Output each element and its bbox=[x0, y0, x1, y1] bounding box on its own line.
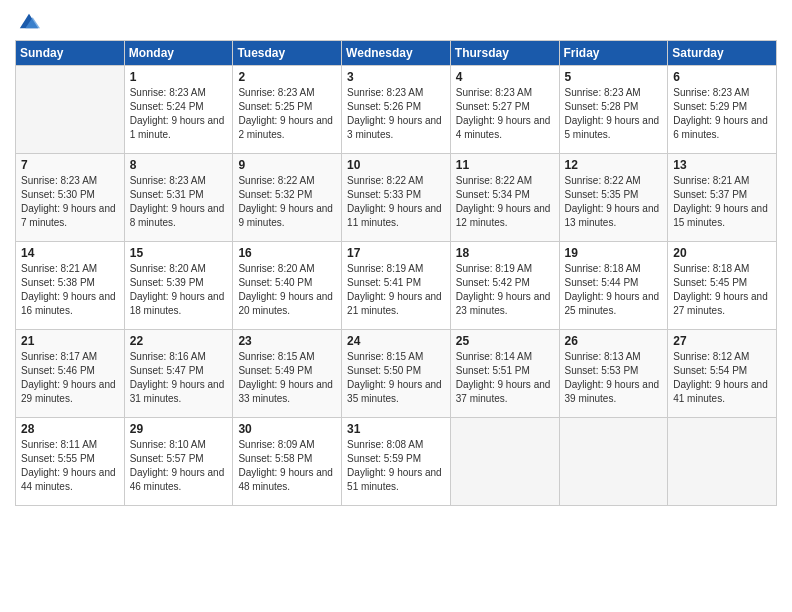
day-number: 21 bbox=[21, 334, 119, 348]
day-info: Sunrise: 8:21 AMSunset: 5:38 PMDaylight:… bbox=[21, 262, 119, 318]
day-number: 6 bbox=[673, 70, 771, 84]
day-info: Sunrise: 8:09 AMSunset: 5:58 PMDaylight:… bbox=[238, 438, 336, 494]
day-info: Sunrise: 8:19 AMSunset: 5:42 PMDaylight:… bbox=[456, 262, 554, 318]
day-cell-6: 6Sunrise: 8:23 AMSunset: 5:29 PMDaylight… bbox=[668, 66, 777, 154]
day-info: Sunrise: 8:23 AMSunset: 5:30 PMDaylight:… bbox=[21, 174, 119, 230]
day-number: 5 bbox=[565, 70, 663, 84]
day-cell-empty bbox=[450, 418, 559, 506]
day-info: Sunrise: 8:20 AMSunset: 5:39 PMDaylight:… bbox=[130, 262, 228, 318]
day-cell-30: 30Sunrise: 8:09 AMSunset: 5:58 PMDayligh… bbox=[233, 418, 342, 506]
calendar-table: SundayMondayTuesdayWednesdayThursdayFrid… bbox=[15, 40, 777, 506]
day-number: 29 bbox=[130, 422, 228, 436]
day-number: 19 bbox=[565, 246, 663, 260]
day-info: Sunrise: 8:23 AMSunset: 5:26 PMDaylight:… bbox=[347, 86, 445, 142]
calendar-header-row: SundayMondayTuesdayWednesdayThursdayFrid… bbox=[16, 41, 777, 66]
day-cell-20: 20Sunrise: 8:18 AMSunset: 5:45 PMDayligh… bbox=[668, 242, 777, 330]
day-cell-2: 2Sunrise: 8:23 AMSunset: 5:25 PMDaylight… bbox=[233, 66, 342, 154]
day-cell-22: 22Sunrise: 8:16 AMSunset: 5:47 PMDayligh… bbox=[124, 330, 233, 418]
day-info: Sunrise: 8:21 AMSunset: 5:37 PMDaylight:… bbox=[673, 174, 771, 230]
header-day-thursday: Thursday bbox=[450, 41, 559, 66]
header-day-friday: Friday bbox=[559, 41, 668, 66]
day-number: 10 bbox=[347, 158, 445, 172]
week-row-1: 1Sunrise: 8:23 AMSunset: 5:24 PMDaylight… bbox=[16, 66, 777, 154]
day-cell-8: 8Sunrise: 8:23 AMSunset: 5:31 PMDaylight… bbox=[124, 154, 233, 242]
day-cell-empty bbox=[559, 418, 668, 506]
day-cell-9: 9Sunrise: 8:22 AMSunset: 5:32 PMDaylight… bbox=[233, 154, 342, 242]
day-cell-16: 16Sunrise: 8:20 AMSunset: 5:40 PMDayligh… bbox=[233, 242, 342, 330]
day-info: Sunrise: 8:14 AMSunset: 5:51 PMDaylight:… bbox=[456, 350, 554, 406]
day-cell-7: 7Sunrise: 8:23 AMSunset: 5:30 PMDaylight… bbox=[16, 154, 125, 242]
day-number: 26 bbox=[565, 334, 663, 348]
page: SundayMondayTuesdayWednesdayThursdayFrid… bbox=[0, 0, 792, 612]
day-number: 7 bbox=[21, 158, 119, 172]
logo-icon bbox=[18, 10, 40, 32]
day-cell-31: 31Sunrise: 8:08 AMSunset: 5:59 PMDayligh… bbox=[342, 418, 451, 506]
day-cell-26: 26Sunrise: 8:13 AMSunset: 5:53 PMDayligh… bbox=[559, 330, 668, 418]
day-info: Sunrise: 8:15 AMSunset: 5:50 PMDaylight:… bbox=[347, 350, 445, 406]
day-number: 20 bbox=[673, 246, 771, 260]
day-info: Sunrise: 8:23 AMSunset: 5:25 PMDaylight:… bbox=[238, 86, 336, 142]
day-number: 31 bbox=[347, 422, 445, 436]
week-row-4: 21Sunrise: 8:17 AMSunset: 5:46 PMDayligh… bbox=[16, 330, 777, 418]
day-number: 30 bbox=[238, 422, 336, 436]
day-number: 8 bbox=[130, 158, 228, 172]
header-day-wednesday: Wednesday bbox=[342, 41, 451, 66]
week-row-5: 28Sunrise: 8:11 AMSunset: 5:55 PMDayligh… bbox=[16, 418, 777, 506]
day-info: Sunrise: 8:22 AMSunset: 5:33 PMDaylight:… bbox=[347, 174, 445, 230]
day-cell-10: 10Sunrise: 8:22 AMSunset: 5:33 PMDayligh… bbox=[342, 154, 451, 242]
day-cell-5: 5Sunrise: 8:23 AMSunset: 5:28 PMDaylight… bbox=[559, 66, 668, 154]
day-info: Sunrise: 8:23 AMSunset: 5:28 PMDaylight:… bbox=[565, 86, 663, 142]
day-info: Sunrise: 8:19 AMSunset: 5:41 PMDaylight:… bbox=[347, 262, 445, 318]
day-info: Sunrise: 8:11 AMSunset: 5:55 PMDaylight:… bbox=[21, 438, 119, 494]
day-info: Sunrise: 8:18 AMSunset: 5:44 PMDaylight:… bbox=[565, 262, 663, 318]
day-info: Sunrise: 8:15 AMSunset: 5:49 PMDaylight:… bbox=[238, 350, 336, 406]
day-cell-17: 17Sunrise: 8:19 AMSunset: 5:41 PMDayligh… bbox=[342, 242, 451, 330]
day-cell-21: 21Sunrise: 8:17 AMSunset: 5:46 PMDayligh… bbox=[16, 330, 125, 418]
day-cell-24: 24Sunrise: 8:15 AMSunset: 5:50 PMDayligh… bbox=[342, 330, 451, 418]
day-number: 17 bbox=[347, 246, 445, 260]
day-info: Sunrise: 8:23 AMSunset: 5:27 PMDaylight:… bbox=[456, 86, 554, 142]
day-info: Sunrise: 8:10 AMSunset: 5:57 PMDaylight:… bbox=[130, 438, 228, 494]
day-number: 11 bbox=[456, 158, 554, 172]
day-number: 22 bbox=[130, 334, 228, 348]
day-cell-15: 15Sunrise: 8:20 AMSunset: 5:39 PMDayligh… bbox=[124, 242, 233, 330]
day-info: Sunrise: 8:22 AMSunset: 5:34 PMDaylight:… bbox=[456, 174, 554, 230]
day-number: 27 bbox=[673, 334, 771, 348]
day-cell-11: 11Sunrise: 8:22 AMSunset: 5:34 PMDayligh… bbox=[450, 154, 559, 242]
week-row-3: 14Sunrise: 8:21 AMSunset: 5:38 PMDayligh… bbox=[16, 242, 777, 330]
day-cell-4: 4Sunrise: 8:23 AMSunset: 5:27 PMDaylight… bbox=[450, 66, 559, 154]
day-number: 14 bbox=[21, 246, 119, 260]
day-info: Sunrise: 8:12 AMSunset: 5:54 PMDaylight:… bbox=[673, 350, 771, 406]
day-info: Sunrise: 8:18 AMSunset: 5:45 PMDaylight:… bbox=[673, 262, 771, 318]
header-day-sunday: Sunday bbox=[16, 41, 125, 66]
day-number: 12 bbox=[565, 158, 663, 172]
day-number: 16 bbox=[238, 246, 336, 260]
header-day-tuesday: Tuesday bbox=[233, 41, 342, 66]
day-number: 18 bbox=[456, 246, 554, 260]
logo bbox=[15, 10, 40, 32]
day-info: Sunrise: 8:23 AMSunset: 5:29 PMDaylight:… bbox=[673, 86, 771, 142]
day-info: Sunrise: 8:23 AMSunset: 5:24 PMDaylight:… bbox=[130, 86, 228, 142]
day-cell-28: 28Sunrise: 8:11 AMSunset: 5:55 PMDayligh… bbox=[16, 418, 125, 506]
day-cell-27: 27Sunrise: 8:12 AMSunset: 5:54 PMDayligh… bbox=[668, 330, 777, 418]
day-cell-12: 12Sunrise: 8:22 AMSunset: 5:35 PMDayligh… bbox=[559, 154, 668, 242]
day-number: 24 bbox=[347, 334, 445, 348]
day-info: Sunrise: 8:13 AMSunset: 5:53 PMDaylight:… bbox=[565, 350, 663, 406]
day-info: Sunrise: 8:17 AMSunset: 5:46 PMDaylight:… bbox=[21, 350, 119, 406]
day-cell-19: 19Sunrise: 8:18 AMSunset: 5:44 PMDayligh… bbox=[559, 242, 668, 330]
day-cell-1: 1Sunrise: 8:23 AMSunset: 5:24 PMDaylight… bbox=[124, 66, 233, 154]
day-info: Sunrise: 8:08 AMSunset: 5:59 PMDaylight:… bbox=[347, 438, 445, 494]
day-cell-23: 23Sunrise: 8:15 AMSunset: 5:49 PMDayligh… bbox=[233, 330, 342, 418]
day-number: 23 bbox=[238, 334, 336, 348]
day-cell-25: 25Sunrise: 8:14 AMSunset: 5:51 PMDayligh… bbox=[450, 330, 559, 418]
day-info: Sunrise: 8:22 AMSunset: 5:32 PMDaylight:… bbox=[238, 174, 336, 230]
day-cell-empty bbox=[668, 418, 777, 506]
day-number: 15 bbox=[130, 246, 228, 260]
day-cell-18: 18Sunrise: 8:19 AMSunset: 5:42 PMDayligh… bbox=[450, 242, 559, 330]
day-number: 1 bbox=[130, 70, 228, 84]
header-day-monday: Monday bbox=[124, 41, 233, 66]
day-number: 25 bbox=[456, 334, 554, 348]
day-info: Sunrise: 8:22 AMSunset: 5:35 PMDaylight:… bbox=[565, 174, 663, 230]
day-info: Sunrise: 8:16 AMSunset: 5:47 PMDaylight:… bbox=[130, 350, 228, 406]
header bbox=[15, 10, 777, 32]
